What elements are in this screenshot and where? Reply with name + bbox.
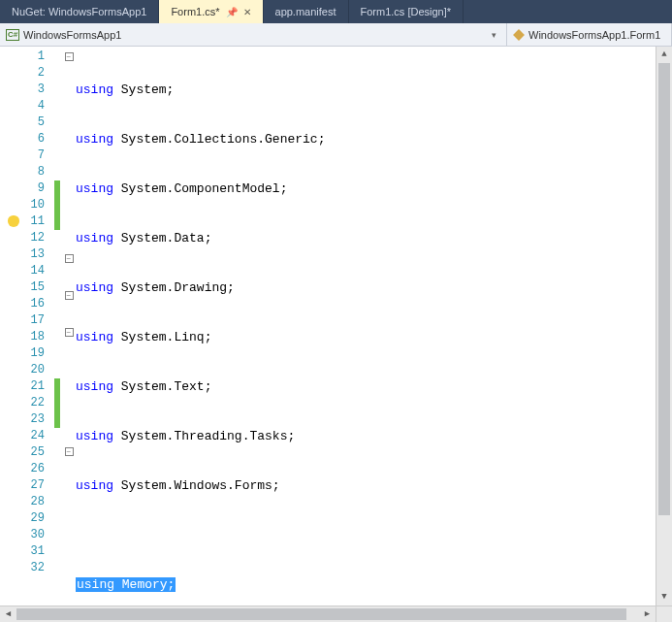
fold-toggle[interactable]: − [65,52,74,61]
document-tab-strip: NuGet: WindowsFormsApp1 Form1.cs* 📌 ✕ ap… [0,0,672,23]
chevron-down-icon: ▾ [488,30,500,40]
tab-nuget[interactable]: NuGet: WindowsFormsApp1 [0,0,159,23]
fold-toggle[interactable]: − [65,328,74,337]
tab-form1-cs[interactable]: Form1.cs* 📌 ✕ [159,0,263,23]
nav-member-label: WindowsFormsApp1.Form1 [528,29,660,41]
change-marker [54,378,60,395]
tab-form1-design[interactable]: Form1.cs [Design]* [349,0,464,23]
vertical-scrollbar[interactable]: ▲ ▼ [656,47,672,606]
change-marker [54,411,60,428]
nav-scope-label: WindowsFormsApp1 [23,29,121,41]
code-editor[interactable]: 1234567891011121314151617181920212223242… [0,47,672,622]
fold-toggle[interactable]: − [65,447,74,456]
outlining-margin[interactable]: − − − − − [62,47,76,622]
fold-toggle[interactable]: − [65,254,74,263]
lightbulb-icon[interactable] [8,215,19,227]
change-marker [54,395,60,411]
vertical-scroll-thumb[interactable] [658,63,670,515]
scroll-up-button[interactable]: ▲ [656,47,672,63]
tab-app-manifest[interactable]: app.manifest [264,0,349,23]
code-navigation-bar: C# WindowsFormsApp1 ▾ WindowsFormsApp1.F… [0,23,672,47]
line-number-gutter: 1234567891011121314151617181920212223242… [0,47,62,622]
selected-text: using Memory; [76,577,176,592]
nav-member-dropdown[interactable]: WindowsFormsApp1.Form1 [507,23,672,46]
change-marker [54,180,60,197]
fold-toggle[interactable]: − [65,291,74,300]
pin-icon[interactable]: 📌 [226,7,238,17]
horizontal-scroll-thumb[interactable] [16,608,626,620]
class-icon [513,29,525,41]
scroll-right-button[interactable]: ▶ [639,606,656,623]
horizontal-scrollbar[interactable]: ◀ ▶ [0,606,656,622]
change-marker [54,213,60,230]
scroll-left-button[interactable]: ◀ [0,606,16,623]
nav-scope-dropdown[interactable]: C# WindowsFormsApp1 ▾ [0,23,507,46]
scrollbar-corner [656,606,672,622]
csharp-file-icon: C# [6,29,19,41]
change-marker [54,197,60,213]
code-text[interactable]: using System; using System.Collections.G… [76,47,672,622]
scroll-down-button[interactable]: ▼ [656,589,672,606]
close-icon[interactable]: ✕ [243,7,251,17]
